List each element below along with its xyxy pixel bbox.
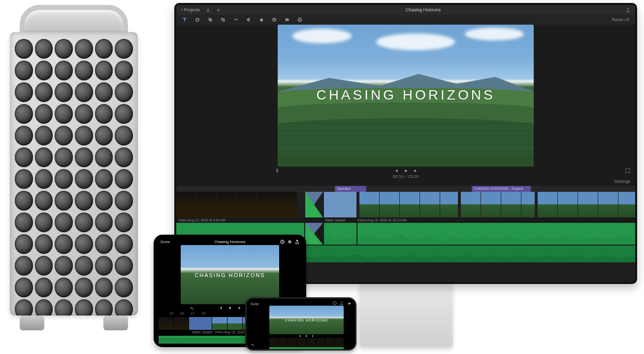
share-icon[interactable] [626, 8, 630, 12]
monitor-stand [359, 283, 453, 348]
timeline-clip[interactable] [189, 317, 212, 330]
timeline-clip[interactable] [325, 338, 334, 347]
timeline-clip[interactable] [288, 338, 297, 347]
ruler-mark: 17 [191, 312, 195, 317]
timeline-clip[interactable] [359, 192, 458, 217]
svg-point-0 [196, 18, 199, 21]
iphone-video-track[interactable] [269, 338, 344, 347]
audio-clip[interactable] [324, 223, 356, 245]
timeline-clip[interactable] [227, 317, 242, 330]
iphone-device: Done CHASING HORIZONS [245, 297, 356, 351]
prev-frame-button[interactable] [394, 169, 399, 173]
mac-pro-foot [103, 316, 128, 330]
crop-icon[interactable] [221, 17, 225, 22]
svg-point-2 [210, 19, 212, 21]
timecode-display: 00:16/03:20 [392, 174, 419, 179]
iphone-audio-track[interactable] [269, 347, 344, 351]
ruler-mark: 18 [201, 312, 205, 317]
ipad-toolbar: Done Chasing Horizons [159, 240, 301, 244]
play-button[interactable] [228, 306, 232, 310]
back-to-projects-button[interactable]: › Projects [181, 7, 200, 12]
title-clip[interactable]: Standard [335, 186, 366, 192]
mac-pro-body [10, 32, 138, 316]
transition[interactable] [305, 192, 323, 217]
iphone-notch [246, 318, 249, 333]
export-icon[interactable] [340, 301, 344, 305]
preview-viewer[interactable]: CHASING HORIZONS [278, 25, 534, 167]
done-button[interactable]: Done [251, 302, 259, 306]
timeline-clip[interactable] [316, 338, 325, 347]
timeline-clip[interactable] [307, 338, 316, 347]
mac-pro-tower [5, 5, 143, 330]
undo-icon[interactable] [190, 306, 194, 310]
iphone-viewer-title-overlay: CHASING HORIZONS [269, 319, 344, 322]
svg-point-10 [333, 302, 336, 305]
iphone-timeline[interactable] [269, 338, 344, 351]
svg-rect-7 [277, 169, 278, 171]
import-icon[interactable] [206, 8, 210, 12]
mac-pro-handle [20, 5, 128, 35]
filter-icon[interactable] [285, 17, 290, 22]
fullscreen-icon[interactable] [625, 168, 630, 173]
prev-button[interactable] [219, 306, 223, 310]
clip-label: Water Splash [323, 217, 355, 223]
next-button[interactable] [237, 306, 242, 310]
timeline-clip[interactable] [324, 192, 356, 217]
timeline-clip[interactable] [176, 192, 304, 217]
timeline-clip[interactable] [159, 317, 173, 330]
undo-icon[interactable] [251, 343, 267, 347]
noise-reduction-icon[interactable] [259, 17, 264, 22]
viewer-area: CHASING HORIZONS 00:16/03:20 Settings [176, 25, 635, 186]
timeline-clip[interactable] [461, 192, 535, 217]
title-tool-icon[interactable] [182, 17, 187, 22]
titlebar: › Projects Chasing Horizons [176, 5, 635, 15]
title-clip[interactable]: CHASING HORIZONS - Expand [472, 186, 531, 192]
add-icon[interactable] [216, 8, 221, 12]
ruler-mark: 16 [180, 312, 184, 317]
ipad-viewer-title-overlay: CHASING HORIZONS [181, 272, 279, 278]
viewer-title-overlay: CHASING HORIZONS [278, 87, 534, 103]
timeline-clip[interactable] [212, 317, 227, 330]
clip-label: Video Aug 18, 2020 at 10:13 AM [355, 217, 635, 223]
clip-label: Water Splash [191, 330, 214, 335]
next-frame-button[interactable] [413, 169, 418, 173]
timeline-clip[interactable] [174, 317, 189, 330]
next-button[interactable] [311, 334, 315, 338]
audio-transition[interactable] [305, 223, 323, 245]
prev-button[interactable] [298, 334, 302, 338]
add-media-icon[interactable] [347, 301, 352, 306]
stabilize-icon[interactable] [233, 17, 238, 22]
reset-all-button[interactable]: Reset All [612, 17, 629, 22]
timeline-clip[interactable] [538, 192, 635, 217]
help-icon[interactable] [333, 301, 337, 305]
timeline-clip[interactable] [279, 338, 288, 347]
transport-controls [394, 169, 418, 173]
iphone-preview-viewer[interactable]: CHASING HORIZONS [269, 306, 344, 334]
inspector-toolbar: Reset All [176, 15, 635, 25]
settings-button[interactable]: Settings [614, 179, 630, 184]
timeline-video-track[interactable] [176, 192, 635, 217]
timeline-clip[interactable] [335, 338, 344, 347]
speed-icon[interactable] [272, 17, 277, 22]
color-balance-icon[interactable] [195, 17, 200, 22]
play-button[interactable] [404, 169, 408, 173]
audio-clip[interactable] [357, 223, 635, 245]
volume-icon[interactable] [246, 17, 251, 22]
clip-label: Video Aug 12, 2020 at 9:52 AM [176, 217, 323, 223]
ruler-mark: 15 [169, 312, 173, 317]
voiceover-icon[interactable] [275, 168, 280, 173]
timeline-clip[interactable] [269, 338, 278, 347]
ipad-project-title: Chasing Horizons [159, 240, 301, 244]
project-title: Chasing Horizons [226, 7, 620, 12]
iphone-transport-controls [269, 334, 344, 338]
timeline-clip[interactable] [297, 338, 306, 347]
info-icon[interactable] [297, 17, 302, 22]
ipad-preview-viewer[interactable]: CHASING HORIZONS [181, 245, 279, 304]
color-correction-icon[interactable] [208, 17, 213, 22]
mac-pro-foot [20, 316, 44, 330]
play-button[interactable] [305, 334, 308, 338]
